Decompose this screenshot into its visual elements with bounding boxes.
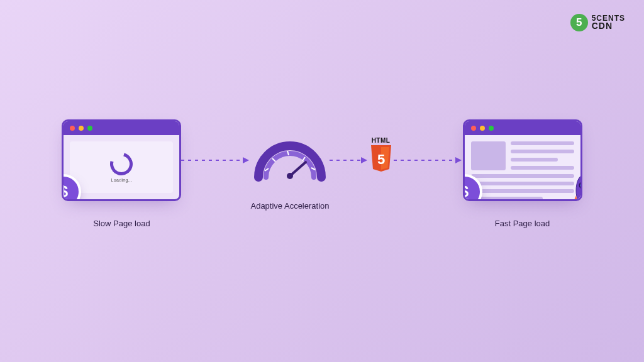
caption-slow: Slow Page load (93, 219, 150, 228)
brand-line2: CDN (592, 22, 625, 30)
window-titlebar (64, 121, 179, 135)
caption-acceleration: Adaptive Acceleration (250, 201, 329, 211)
window-maximize-icon (87, 126, 92, 131)
window-maximize-icon (489, 126, 494, 131)
window-close-icon (471, 126, 476, 131)
svg-point-12 (579, 182, 582, 189)
svg-line-7 (290, 162, 306, 176)
html5-digit: 5 (377, 151, 384, 167)
brand-logo: 5 5CENTS CDN (570, 14, 625, 31)
speedometer-icon (252, 133, 328, 184)
browser-window-slow: Loading... $ (62, 119, 181, 201)
content-skeleton (471, 141, 574, 200)
window-titlebar (465, 121, 580, 135)
html5-badge-icon: HTML 5 (369, 137, 394, 174)
arrow-connector (181, 160, 250, 161)
brand-badge-icon: 5 (570, 14, 588, 31)
flow-diagram: Loading... $ Slow Page load (0, 119, 644, 228)
rocket-icon (570, 173, 582, 201)
loading-indicator: Loading... (110, 153, 133, 182)
window-minimize-icon (480, 126, 485, 131)
node-slow-page: Loading... $ Slow Page load (62, 119, 181, 228)
html5-label: HTML (372, 137, 391, 144)
browser-window-fast: $ (463, 119, 582, 201)
caption-fast: Fast Page load (495, 219, 550, 228)
node-html5: HTML 5 (369, 119, 394, 174)
arrow-connector (330, 160, 369, 161)
spinner-icon (106, 148, 137, 179)
loading-text: Loading... (111, 178, 133, 182)
node-acceleration: Adaptive Acceleration (250, 119, 329, 211)
node-fast-page: $ Fast Page load (463, 119, 582, 228)
window-close-icon (70, 126, 75, 131)
browser-body: Loading... (70, 141, 173, 193)
brand-text: 5CENTS CDN (592, 15, 625, 30)
window-minimize-icon (79, 126, 84, 131)
arrow-connector (394, 160, 463, 161)
